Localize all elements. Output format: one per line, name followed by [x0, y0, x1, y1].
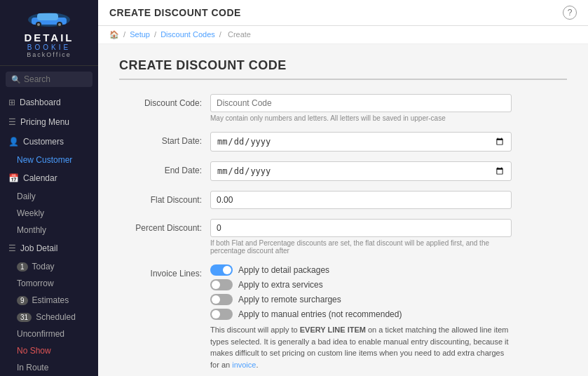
- sidebar-item-monthly[interactable]: Monthly: [0, 222, 98, 239]
- toggle-detail-packages-switch[interactable]: [210, 264, 233, 276]
- breadcrumb: 🏠 / Setup / Discount Codes / Create: [98, 26, 588, 44]
- toggle-remote-surcharges-label: Apply to remote surcharges: [238, 295, 341, 304]
- sidebar-item-dashboard[interactable]: ⊞ Dashboard: [0, 93, 98, 112]
- discount-code-row: Discount Code: May contain only numbers …: [119, 94, 567, 122]
- sidebar-item-job-detail[interactable]: ☰ Job Detail: [0, 239, 98, 258]
- invoice-lines-label: Invoice Lines:: [119, 264, 210, 278]
- sidebar-item-label: New Customer: [17, 155, 72, 165]
- toggle-manual-entries-switch[interactable]: [210, 309, 233, 320]
- pricing-menu-icon: ☰: [8, 117, 16, 127]
- calendar-icon: 📅: [8, 173, 19, 183]
- header-title: Create Discount Code: [109, 7, 241, 18]
- search-box[interactable]: 🔍: [6, 72, 93, 87]
- sidebar-item-label: Job Detail: [20, 243, 57, 253]
- sidebar-item-new-customer[interactable]: New Customer: [0, 152, 98, 168]
- invoice-info-text: This discount will apply to EVERY LINE I…: [210, 324, 512, 370]
- content-area: Create Discount Code Discount Code: May …: [98, 44, 588, 376]
- percent-discount-input[interactable]: [210, 219, 512, 237]
- job-detail-icon: ☰: [8, 243, 16, 253]
- flat-discount-label: Flat Discount:: [119, 191, 210, 205]
- logo-detail-text: DETAIL: [24, 32, 74, 43]
- flat-discount-input[interactable]: [210, 191, 512, 209]
- breadcrumb-discount-codes[interactable]: Discount Codes: [160, 30, 215, 39]
- toggle-extra-services-switch[interactable]: [210, 279, 233, 290]
- end-date-label: End Date:: [119, 161, 210, 175]
- svg-point-6: [58, 23, 61, 26]
- sidebar-item-daily[interactable]: Daily: [0, 188, 98, 205]
- dashboard-icon: ⊞: [8, 98, 15, 107]
- svg-point-5: [37, 23, 40, 26]
- logo-bookie-text: BOOKIE: [27, 43, 71, 51]
- breadcrumb-setup[interactable]: Setup: [130, 30, 150, 39]
- discount-code-hint: May contain only numbers and letters. Al…: [210, 114, 512, 122]
- customers-icon: 👤: [8, 137, 19, 147]
- sidebar-item-label: No Show: [17, 346, 51, 356]
- breadcrumb-create: Create: [228, 30, 251, 39]
- start-date-input[interactable]: [210, 132, 512, 152]
- estimates-badge: 9: [17, 296, 28, 305]
- toggle-manual-entries: Apply to manual entries (not recommended…: [210, 309, 512, 320]
- sidebar-item-weekly[interactable]: Weekly: [0, 205, 98, 222]
- sidebar-item-label: Calendar: [23, 173, 57, 183]
- breadcrumb-home[interactable]: 🏠: [109, 30, 119, 39]
- invoice-lines-wrap: Apply to detail packages Apply to extra …: [210, 264, 512, 376]
- sidebar-item-unconfirmed[interactable]: Unconfirmed: [0, 325, 98, 342]
- start-date-row: Start Date:: [119, 132, 567, 152]
- breadcrumb-sep2: /: [154, 30, 156, 39]
- toggle-detail-packages: Apply to detail packages: [210, 264, 512, 276]
- toggle-remote-surcharges-switch[interactable]: [210, 294, 233, 305]
- flat-discount-row: Flat Discount:: [119, 191, 567, 209]
- svg-rect-2: [37, 13, 58, 20]
- toggle-remote-surcharges: Apply to remote surcharges: [210, 294, 512, 305]
- discount-code-label: Discount Code:: [119, 94, 210, 108]
- sidebar-item-no-show[interactable]: No Show: [0, 342, 98, 359]
- scheduled-badge: 31: [17, 313, 32, 322]
- end-date-input[interactable]: [210, 161, 512, 181]
- sidebar-item-label: Dashboard: [20, 98, 61, 107]
- sidebar: DETAIL BOOKIE BackOffice 🔍 ⊞ Dashboard ☰…: [0, 0, 98, 376]
- percent-discount-wrap: If both Flat and Percentage discounts ar…: [210, 219, 512, 255]
- sidebar-item-today[interactable]: 1 Today: [0, 258, 98, 275]
- sidebar-item-scheduled[interactable]: 31 Scheduled: [0, 309, 98, 325]
- today-badge: 1: [17, 262, 28, 271]
- sidebar-item-label: Today: [32, 262, 55, 271]
- sidebar-item-label: Weekly: [17, 208, 44, 218]
- flat-discount-wrap: [210, 191, 512, 209]
- percent-discount-row: Percent Discount: If both Flat and Perce…: [119, 219, 567, 255]
- percent-discount-label: Percent Discount:: [119, 219, 210, 233]
- header-bar: Create Discount Code ?: [98, 0, 588, 26]
- sidebar-item-label: Estimates: [32, 295, 69, 305]
- logo-backoffice-text: BackOffice: [27, 51, 71, 58]
- breadcrumb-sep3: /: [219, 30, 221, 39]
- discount-code-input[interactable]: [210, 94, 512, 112]
- sidebar-item-label: Unconfirmed: [17, 329, 64, 339]
- discount-code-wrap: May contain only numbers and letters. Al…: [210, 94, 512, 122]
- logo-car-icon: [25, 7, 74, 32]
- toggle-manual-entries-label: Apply to manual entries (not recommended…: [238, 309, 402, 319]
- page-title: Create Discount Code: [119, 58, 567, 80]
- sidebar-item-customers[interactable]: 👤 Customers: [0, 132, 98, 152]
- sidebar-item-pricing-menu[interactable]: ☰ Pricing Menu: [0, 112, 98, 132]
- sidebar-item-label: Customers: [23, 137, 64, 147]
- main-content: Create Discount Code ? 🏠 / Setup / Disco…: [98, 0, 588, 376]
- sidebar-item-label: Pricing Menu: [20, 117, 69, 127]
- sidebar-item-label: Tomorrow: [17, 278, 54, 288]
- percent-info: If both Flat and Percentage discounts ar…: [210, 239, 512, 255]
- sidebar-item-label: In Route: [17, 363, 48, 372]
- search-input[interactable]: [24, 74, 87, 84]
- help-button[interactable]: ?: [563, 6, 577, 20]
- logo-text: DETAIL BOOKIE BackOffice: [24, 32, 74, 58]
- logo-area: DETAIL BOOKIE BackOffice: [0, 0, 98, 66]
- sidebar-item-in-route[interactable]: In Route: [0, 359, 98, 376]
- start-date-wrap: [210, 132, 512, 152]
- sidebar-item-tomorrow[interactable]: Tomorrow: [0, 275, 98, 292]
- sidebar-item-estimates[interactable]: 9 Estimates: [0, 292, 98, 309]
- end-date-wrap: [210, 161, 512, 181]
- breadcrumb-sep: /: [123, 30, 125, 39]
- sidebar-item-calendar[interactable]: 📅 Calendar: [0, 168, 98, 188]
- end-date-row: End Date:: [119, 161, 567, 181]
- invoice-lines-row: Invoice Lines: Apply to detail packages …: [119, 264, 567, 376]
- sidebar-item-label: Monthly: [17, 225, 46, 235]
- help-icon: ?: [568, 8, 573, 18]
- search-icon: 🔍: [11, 75, 21, 84]
